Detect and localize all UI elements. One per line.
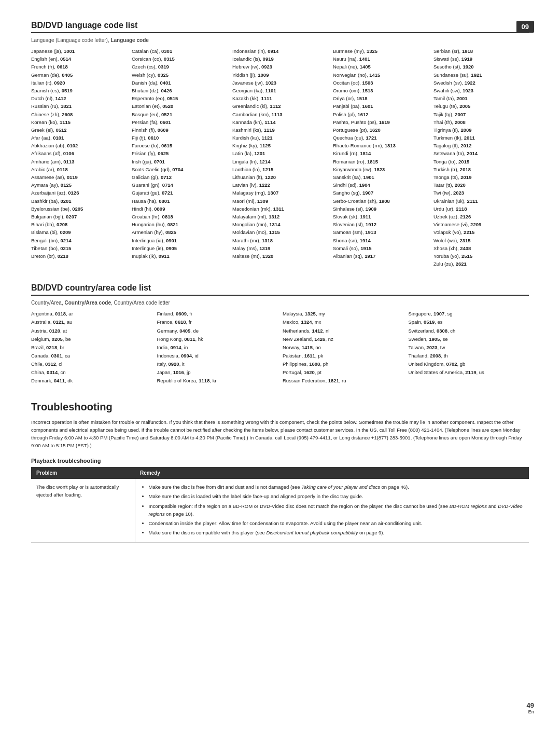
lang-col-0: Japanese (ja), 1001English (en), 0514Fre… [31, 47, 127, 268]
country-item: Australia, 0121, au [31, 318, 152, 326]
language-section-subtitle: Language (Language code letter), Languag… [31, 37, 529, 43]
remedy-item: Make sure the disc is loaded with the la… [149, 492, 524, 500]
lang-item: Tagalog (tl), 2012 [433, 142, 529, 149]
country-item: Mexico, 1324, mx [283, 318, 403, 326]
lang-item: Tsonga (ts), 2019 [433, 173, 529, 181]
lang-item: Tibetan (bo), 0215 [31, 244, 127, 252]
lang-item: Twi (tw), 2023 [433, 189, 529, 197]
lang-item: Vietnamese (vi), 2209 [433, 221, 529, 228]
lang-item: Quechua (qu), 1721 [333, 134, 428, 142]
lang-item: Chinese (zh), 2608 [31, 111, 127, 118]
country-item: Republic of Korea, 1118, kr [157, 377, 278, 385]
lang-item: Marathi (mr), 1318 [232, 237, 328, 244]
country-item: Chile, 0312, cl [31, 360, 152, 368]
lang-item: Swedish (sv), 1922 [433, 79, 529, 87]
country-item: United Kingdom, 0702, gb [409, 360, 529, 368]
country-item: Germany, 0405, de [157, 327, 278, 335]
lang-item: Maori (mi), 1309 [232, 197, 328, 205]
country-col-3: Singapore, 1907, sgSpain, 0519, esSwitze… [409, 310, 529, 385]
lang-item: Bashkir (ba), 0201 [31, 197, 127, 205]
lang-item: Setswana (tn), 2014 [433, 149, 529, 157]
lang-item: Wolof (wo), 2315 [433, 237, 529, 244]
lang-item: Kirghiz (ky), 1125 [232, 142, 328, 149]
country-item: Netherlands, 1412, nl [283, 327, 403, 335]
country-item: Japan, 1016, jp [157, 368, 278, 377]
lang-item: Latvian (lv), 1222 [232, 181, 328, 189]
lang-item: Scots Gaelic (gd), 0704 [132, 166, 227, 173]
lang-item: Fiji (fj), 0610 [132, 134, 227, 142]
lang-item: Ukrainian (uk), 2111 [433, 197, 529, 205]
lang-item: Faroese (fo), 0615 [132, 142, 227, 149]
lang-item: Laothian (lo), 1215 [232, 166, 328, 173]
country-item: Spain, 0519, es [409, 318, 529, 326]
remedy-item: Make sure the disc is compatible with th… [149, 529, 524, 536]
lang-item: Kashmiri (ks), 1119 [232, 126, 328, 134]
lang-item: Nepali (ne), 1405 [333, 63, 428, 71]
page-number-top: 09 [516, 21, 534, 33]
lang-item: Romanian (ro), 1815 [333, 158, 428, 166]
page-number-bottom: 49 En [527, 701, 534, 714]
lang-item: Portuguese (pt), 1620 [333, 126, 428, 134]
language-section: BD/DVD language code list Language (Lang… [31, 21, 529, 268]
lang-item: Rhaeto-Romance (rm), 1813 [333, 142, 428, 149]
lang-item: Interlingue (ie), 0905 [132, 244, 227, 252]
lang-item: Guarani (gn), 0714 [132, 181, 227, 189]
country-item: Belgium, 0205, be [31, 335, 152, 343]
lang-item: Moldavian (mo), 1315 [232, 228, 328, 236]
lang-item: Icelandic (is), 0919 [232, 55, 328, 63]
lang-item: English (en), 0514 [31, 55, 127, 63]
lang-item: Volapük (vo), 2215 [433, 228, 529, 236]
lang-item: Hebrew (iw), 0923 [232, 63, 328, 71]
lang-item: Croatian (hr), 0818 [132, 213, 227, 221]
lang-item: Shona (sn), 1914 [333, 237, 428, 244]
lang-item: Afrikaans (af), 0106 [31, 149, 127, 157]
lang-item: Arabic (ar), 0118 [31, 166, 127, 173]
country-col-2: Malaysia, 1325, myMexico, 1324, mxNether… [283, 310, 403, 385]
troubleshooting-section: Troubleshooting Incorrect operation is o… [31, 401, 529, 543]
lang-item: Sinhalese (si), 1909 [333, 205, 428, 213]
lang-col-1: Catalan (ca), 0301Corsican (co), 0315Cze… [132, 47, 227, 268]
lang-item: Slovak (sk), 1911 [333, 213, 428, 221]
country-section-subtitle: Country/Area, Country/Area code, Country… [31, 300, 529, 306]
lang-item: Cambodian (km), 1113 [232, 111, 328, 118]
lang-item: Azerbaijani (az), 0126 [31, 189, 127, 197]
lang-item: Greenlandic (kl), 1112 [232, 102, 328, 110]
lang-item: Samoan (sm), 1913 [333, 228, 428, 236]
country-col-0: Argentina, 0118, arAustralia, 0121, auAu… [31, 310, 152, 385]
lang-item: Uzbek (uz), 2126 [433, 213, 529, 221]
country-item: Sweden, 1905, se [409, 335, 529, 343]
lang-item: Galician (gl), 0712 [132, 173, 227, 181]
playback-title: Playback troubleshooting [31, 458, 529, 464]
lang-item: Swahili (sw), 1923 [433, 87, 529, 94]
lang-item: Bulgarian (bgl), 0207 [31, 213, 127, 221]
country-item: Argentina, 0118, ar [31, 310, 152, 318]
lang-item: Byelorussian (be), 0205 [31, 205, 127, 213]
lang-item: Corsican (co), 0315 [132, 55, 227, 63]
lang-item: Sanskrit (sa), 1901 [333, 173, 428, 181]
remedy-item: Make sure the disc is free from dirt and… [149, 483, 524, 491]
lang-item: Hindi (hi), 0809 [132, 205, 227, 213]
country-item: Finland, 0609, fi [157, 310, 278, 318]
remedy-item: Condensation inside the player: Allow ti… [149, 519, 524, 527]
lang-item: Breton (br), 0218 [31, 252, 127, 260]
country-item: China, 0314, cn [31, 368, 152, 377]
lang-item: Abkhazian (ab), 0102 [31, 142, 127, 149]
lang-item: Kinyarwanda (rw), 1823 [333, 166, 428, 173]
lang-item: Russian (ru), 1821 [31, 102, 127, 110]
country-item: Indonesia, 0904, id [157, 352, 278, 360]
remedy-cell: Make sure the disc is free from dirt and… [135, 479, 529, 543]
lang-item: French (fr), 0618 [31, 63, 127, 71]
language-grid: Japanese (ja), 1001English (en), 0514Fre… [31, 47, 529, 268]
lang-item: Kazakh (kk), 1111 [232, 94, 328, 102]
lang-item: Bislama (bi), 0209 [31, 228, 127, 236]
lang-item: German (de), 0405 [31, 71, 127, 79]
lang-item: Zulu (zu), 2621 [433, 260, 529, 268]
lang-item: Kurdish (ku), 1121 [232, 134, 328, 142]
lang-item: Serbian (sr), 1918 [433, 47, 529, 55]
lang-item: Sindhi (sd), 1904 [333, 181, 428, 189]
lang-item: Czech (cs), 0319 [132, 63, 227, 71]
lang-item: Malagasy (mg), 1307 [232, 189, 328, 197]
country-section: BD/DVD country/area code list Country/Ar… [31, 283, 529, 385]
lang-item: Maltese (mt), 1320 [232, 252, 328, 260]
lang-item: Frisian (fy), 0625 [132, 149, 227, 157]
